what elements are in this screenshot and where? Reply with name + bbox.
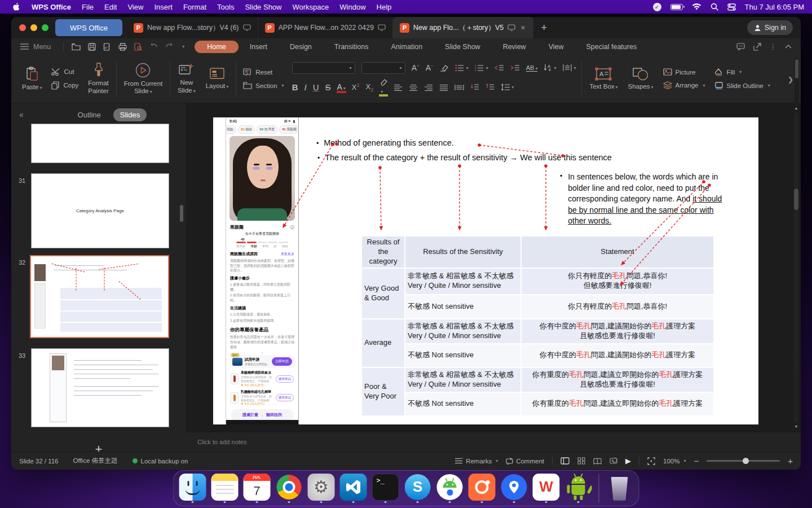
- increase-indent-icon[interactable]: [510, 64, 520, 71]
- bold-button[interactable]: B: [292, 82, 298, 92]
- tab-special-features[interactable]: Special features: [575, 41, 648, 53]
- justify-icon[interactable]: [439, 84, 448, 91]
- document-tab-3-active[interactable]: P New app Flo...（＋story）V5 ×: [393, 17, 533, 38]
- menubar-check-icon[interactable]: ✓: [653, 3, 661, 11]
- zoom-window-button[interactable]: [42, 24, 48, 31]
- chip-wrinkles[interactable]: 82 細紋: [238, 125, 255, 134]
- notes-app-icon[interactable]: [211, 474, 239, 501]
- statement-table[interactable]: Results of the category Results of the S…: [361, 235, 714, 417]
- font-family-select[interactable]: ▾: [292, 62, 355, 74]
- slide-thumbnail-32-selected[interactable]: [30, 255, 169, 338]
- cut-button[interactable]: Cut: [51, 68, 78, 76]
- clear-format-icon[interactable]: [440, 64, 449, 72]
- tab-slide-show[interactable]: Slide Show: [434, 41, 492, 53]
- collapse-panel-icon[interactable]: «: [11, 110, 32, 119]
- bullet-1[interactable]: • Method of generating this sentence.: [316, 138, 454, 147]
- new-slide-button[interactable]: New Slide▾: [173, 58, 201, 99]
- numbered-list-icon[interactable]: 123▾: [475, 64, 488, 72]
- wps-office-home-button[interactable]: WPS Office: [55, 19, 122, 36]
- font-color-button[interactable]: A▾: [337, 82, 346, 93]
- section-button[interactable]: Section▾: [243, 82, 284, 89]
- line-spacing-icon[interactable]: ▾: [501, 84, 514, 91]
- menu-help[interactable]: Help: [377, 3, 392, 11]
- find-replace-icon[interactable]: [134, 43, 142, 51]
- tab-slides[interactable]: Slides: [113, 108, 147, 121]
- increase-font-button[interactable]: A+: [412, 63, 420, 72]
- trash-icon[interactable]: [606, 474, 633, 501]
- arrange-button[interactable]: Arrange▾: [663, 81, 705, 89]
- menu-tools[interactable]: Tools: [217, 3, 234, 11]
- vscode-icon[interactable]: [340, 474, 367, 501]
- close-tab-icon[interactable]: ×: [519, 23, 526, 32]
- tab-outline[interactable]: Outline: [71, 108, 108, 121]
- fit-slide-icon[interactable]: [647, 457, 655, 465]
- paste-button[interactable]: Paste▾: [17, 58, 47, 99]
- menu-view[interactable]: View: [127, 3, 143, 11]
- zoom-in-button[interactable]: +: [788, 456, 793, 466]
- postman-icon[interactable]: [469, 474, 496, 501]
- document-tab-1[interactable]: P New app Flow...story）V4 (6): [127, 17, 258, 38]
- slide-outline-dropdown-icon[interactable]: ▾: [768, 83, 770, 88]
- document-tab-2[interactable]: P APP New Flow...on 2022 0429: [258, 17, 393, 38]
- align-center-icon[interactable]: [409, 84, 418, 91]
- chrome-icon[interactable]: [276, 474, 303, 501]
- slide-panel-scrollbar[interactable]: [180, 205, 183, 222]
- superscript-button[interactable]: X2: [352, 82, 360, 91]
- spotlight-icon[interactable]: [710, 3, 718, 11]
- slide-canvas[interactable]: 9:41ıll ᯤ ▮ 斑點 82 細紋 96 光澤度 45 黑眼圈: [186, 103, 801, 432]
- text-box-dropdown-icon[interactable]: ▾: [616, 85, 618, 90]
- highlight-color-button[interactable]: ▾: [379, 79, 387, 96]
- save-icon[interactable]: [88, 43, 96, 51]
- menu-workspace[interactable]: Workspace: [292, 3, 329, 11]
- print-icon[interactable]: [118, 43, 127, 51]
- doctor-consult-button[interactable]: 醫師諮詢: [266, 412, 282, 418]
- chip-dark-circles[interactable]: 45 黑眼圈: [279, 125, 298, 134]
- skype-icon[interactable]: S: [404, 474, 431, 501]
- scrollbar-thumb[interactable]: [794, 189, 798, 210]
- system-settings-icon[interactable]: ⚙: [308, 474, 335, 501]
- redo-icon[interactable]: [165, 43, 174, 50]
- share-icon[interactable]: [753, 43, 761, 51]
- text-direction-icon[interactable]: A▾: [544, 64, 556, 72]
- fill-button[interactable]: Fill▾: [714, 68, 770, 76]
- slide-thumbnail-30-partial[interactable]: [31, 124, 169, 163]
- fill-dropdown-icon[interactable]: ▾: [739, 69, 742, 75]
- close-window-button[interactable]: [19, 24, 26, 31]
- chip-radiance[interactable]: 96 光澤度: [257, 125, 277, 134]
- decrease-indent-icon[interactable]: [495, 64, 504, 71]
- tab-animation[interactable]: Animation: [380, 41, 434, 53]
- apply-now-button[interactable]: 立即申請: [272, 357, 292, 366]
- copy-button[interactable]: Copy: [51, 81, 78, 90]
- align-right-icon[interactable]: [424, 84, 433, 91]
- main-menu-button[interactable]: Menu: [11, 43, 59, 51]
- quick-access-dropdown-icon[interactable]: ▾: [182, 44, 184, 49]
- arrange-dropdown-icon[interactable]: ▾: [703, 83, 705, 88]
- comment-bubble-icon[interactable]: [736, 43, 745, 50]
- tab-insert[interactable]: Insert: [239, 41, 279, 53]
- buy-product-button[interactable]: 購買產品: [276, 394, 294, 401]
- align-left-icon[interactable]: [394, 84, 403, 91]
- paste-dropdown-icon[interactable]: ▾: [39, 85, 42, 90]
- format-painter-button[interactable]: Format Painter: [83, 58, 113, 99]
- wps-office-dock-icon[interactable]: W: [533, 474, 560, 501]
- align-text-vertical-icon[interactable]: ▾: [562, 64, 576, 72]
- bullet-list-icon[interactable]: ▾: [455, 64, 469, 72]
- buy-product-button[interactable]: 購買產品: [276, 375, 294, 383]
- minimize-window-button[interactable]: [30, 24, 37, 31]
- menu-format[interactable]: Format: [183, 3, 206, 11]
- italic-button[interactable]: I: [304, 82, 306, 92]
- tab-transitions[interactable]: Transitions: [323, 41, 380, 53]
- normal-view-icon[interactable]: [561, 457, 570, 465]
- subscript-button[interactable]: X2: [366, 82, 374, 93]
- from-current-slide-button[interactable]: From Current Slide▾: [119, 58, 167, 99]
- local-backup-status[interactable]: Local backup on: [133, 458, 188, 465]
- finder-icon[interactable]: [179, 474, 206, 501]
- tab-review[interactable]: Review: [492, 41, 537, 53]
- tab-view[interactable]: View: [537, 41, 575, 53]
- menu-slide-show[interactable]: Slide Show: [245, 3, 281, 11]
- decrease-paragraph-space-icon[interactable]: [486, 84, 495, 91]
- skincare-plan-button[interactable]: 護膚計畫: [242, 412, 258, 418]
- strikethrough-button[interactable]: S: [325, 82, 330, 92]
- scroll-up-icon[interactable]: ▲: [795, 106, 798, 111]
- menu-app-name[interactable]: WPS Office: [32, 3, 71, 11]
